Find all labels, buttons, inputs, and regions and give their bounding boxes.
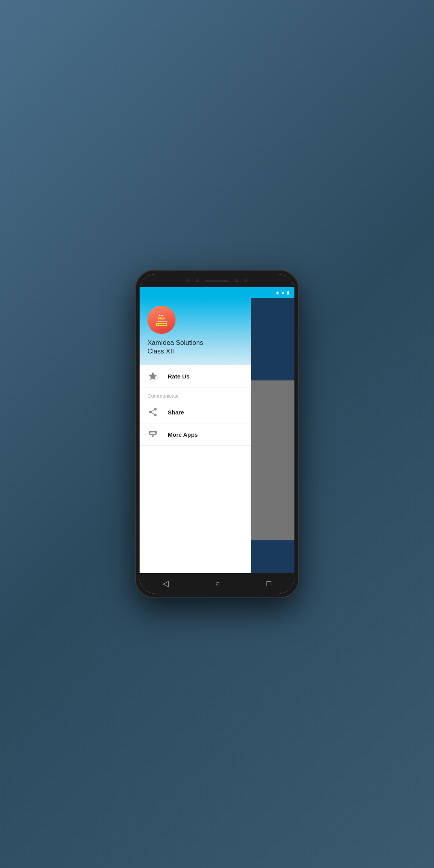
status-bar: ◈ ▲ ▮	[140, 287, 294, 298]
camera-dot-far	[244, 279, 247, 282]
navigation-drawer: Xam Idea Chemistry SOLUTIONS XamIdea Sol…	[140, 298, 251, 573]
recent-button[interactable]: □	[258, 576, 279, 591]
wifi-icon: ◈	[276, 290, 279, 295]
battery-icon: ▮	[287, 290, 290, 295]
rate-us-item[interactable]: Rate Us	[140, 365, 251, 387]
share-item[interactable]: Share	[140, 401, 251, 423]
store-icon	[147, 429, 158, 440]
app-logo: Xam Idea Chemistry SOLUTIONS	[147, 306, 176, 334]
camera-bar	[140, 274, 294, 287]
star-icon	[147, 371, 158, 382]
overlay-bottom	[251, 540, 294, 573]
app-logo-inner: Xam Idea Chemistry SOLUTIONS	[147, 306, 176, 334]
overlay-mid	[251, 380, 294, 540]
bottom-nav: ◁ ○ □	[140, 573, 294, 594]
drawer-header: Xam Idea Chemistry SOLUTIONS XamIdea Sol…	[140, 298, 251, 365]
home-button[interactable]: ○	[207, 576, 228, 591]
speaker-bar	[205, 280, 229, 282]
more-apps-item[interactable]: More Apps	[140, 423, 251, 446]
camera-dot-left	[187, 279, 190, 282]
screen-content: Xam Idea Chemistry SOLUTIONS XamIdea Sol…	[140, 298, 294, 573]
share-icon	[147, 407, 158, 418]
phone-screen: ◈ ▲ ▮ Xam Idea Chemistry SOLUTIONS	[140, 274, 294, 594]
content-overlay[interactable]	[251, 298, 294, 573]
logo-idea-text: Idea	[158, 317, 165, 320]
share-label: Share	[168, 409, 184, 416]
drawer-body: Rate Us Communicate Share	[140, 365, 251, 573]
more-apps-label: More Apps	[168, 431, 198, 438]
logo-chemistry-text: Chemistry	[156, 320, 167, 323]
app-name: XamIdea Solutions Class XII	[147, 339, 243, 356]
rate-us-label: Rate Us	[168, 373, 190, 380]
logo-badge-text: SOLUTIONS	[156, 323, 167, 326]
communicate-section-header: Communicate	[140, 387, 251, 401]
camera-dot-center	[196, 279, 199, 282]
signal-icon: ▲	[281, 290, 285, 295]
overlay-top	[251, 298, 294, 380]
camera-dot-right	[235, 279, 238, 282]
phone-device: ◈ ▲ ▮ Xam Idea Chemistry SOLUTIONS	[135, 270, 299, 598]
back-button[interactable]: ◁	[155, 576, 176, 591]
status-icons: ◈ ▲ ▮	[276, 290, 290, 295]
